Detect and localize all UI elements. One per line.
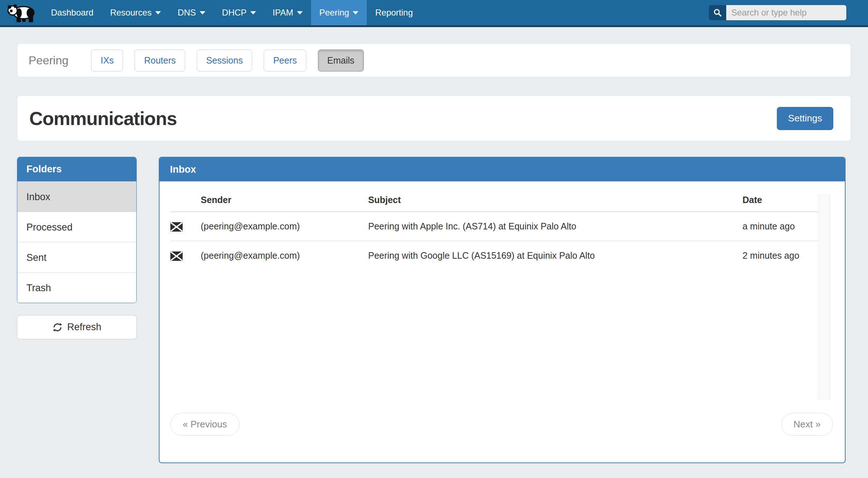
nav-item-ipam[interactable]: IPAM — [264, 0, 311, 25]
nav-item-dhcp[interactable]: DHCP — [214, 0, 264, 25]
chevron-down-icon — [200, 11, 205, 14]
email-sender: (peering@example.com) — [201, 241, 368, 270]
folder-item-processed[interactable]: Processed — [17, 212, 136, 242]
panda-logo-image — [6, 2, 37, 23]
column-date: Date — [743, 195, 819, 212]
tab-peers[interactable]: Peers — [264, 49, 306, 72]
tab-routers[interactable]: Routers — [135, 49, 185, 72]
column-icon — [170, 195, 201, 212]
nav-item-resources[interactable]: Resources — [102, 0, 169, 25]
peering-subnav: Peering IXs Routers Sessions Peers Email… — [17, 43, 851, 77]
table-header-row: Sender Subject Date — [170, 195, 819, 212]
column-sender: Sender — [201, 195, 368, 212]
nav-item-peering[interactable]: Peering — [311, 0, 367, 25]
search-input[interactable] — [726, 5, 846, 20]
tab-emails[interactable]: Emails — [318, 49, 364, 72]
email-sender: (peering@example.com) — [201, 212, 368, 241]
folders-panel-title: Folders — [17, 157, 136, 181]
refresh-icon — [52, 322, 63, 332]
folder-item-trash[interactable]: Trash — [17, 272, 136, 303]
email-subject: Peering with Apple Inc. (AS714) at Equin… — [368, 212, 743, 241]
chevron-down-icon — [250, 11, 256, 14]
folders-panel: Folders Inbox Processed Sent Trash — [17, 157, 137, 303]
nav-label: Resources — [110, 8, 152, 18]
table-row[interactable]: (peering@example.com) Peering with Googl… — [170, 241, 819, 270]
nav-item-dns[interactable]: DNS — [169, 0, 214, 25]
search-icon[interactable] — [709, 5, 726, 20]
column-subject: Subject — [368, 195, 743, 212]
tab-ixs[interactable]: IXs — [91, 49, 123, 72]
folder-item-inbox[interactable]: Inbox — [17, 181, 136, 212]
envelope-icon — [170, 251, 183, 261]
chevron-down-icon — [353, 11, 358, 14]
global-search — [709, 5, 846, 20]
page-header: Communications Settings — [17, 95, 851, 141]
email-subject: Peering with Google LLC (AS15169) at Equ… — [368, 241, 743, 270]
tab-sessions[interactable]: Sessions — [197, 49, 252, 72]
next-page-button[interactable]: Next » — [781, 413, 833, 436]
chevron-down-icon — [297, 11, 303, 14]
email-date: a minute ago — [743, 212, 819, 241]
top-navbar: Dashboard Resources DNS DHCP IPAM Peerin… — [0, 0, 868, 27]
nav-label: Dashboard — [51, 8, 93, 18]
nav-item-dashboard[interactable]: Dashboard — [43, 0, 102, 25]
main-menu: Dashboard Resources DNS DHCP IPAM Peerin… — [43, 0, 421, 25]
nav-item-reporting[interactable]: Reporting — [367, 0, 421, 25]
nav-label: DNS — [178, 8, 196, 18]
inbox-table: Sender Subject Date (peering@example.com… — [170, 195, 819, 270]
nav-label: IPAM — [273, 8, 293, 18]
nav-label: DHCP — [222, 8, 247, 18]
chevron-down-icon — [155, 11, 161, 14]
page-title: Communications — [29, 108, 177, 129]
inbox-scrollbar[interactable] — [818, 194, 830, 400]
envelope-icon — [170, 222, 183, 232]
left-column: Folders Inbox Processed Sent Trash Refre… — [17, 157, 137, 463]
table-row[interactable]: (peering@example.com) Peering with Apple… — [170, 212, 819, 241]
email-date: 2 minutes ago — [743, 241, 819, 270]
main-content: Folders Inbox Processed Sent Trash Refre… — [17, 157, 846, 463]
section-label: Peering — [29, 54, 68, 67]
panda-logo[interactable] — [0, 0, 43, 25]
nav-label: Peering — [319, 8, 349, 18]
settings-button[interactable]: Settings — [777, 107, 833, 130]
peering-tabs: IXs Routers Sessions Peers Emails — [91, 49, 363, 72]
refresh-button[interactable]: Refresh — [17, 315, 137, 339]
previous-page-button[interactable]: « Previous — [170, 413, 239, 436]
folder-item-sent[interactable]: Sent — [17, 242, 136, 272]
inbox-panel: Inbox Sender Subject Date — [159, 157, 846, 463]
refresh-label: Refresh — [67, 322, 102, 333]
inbox-panel-title: Inbox — [159, 158, 845, 181]
nav-label: Reporting — [375, 8, 413, 18]
